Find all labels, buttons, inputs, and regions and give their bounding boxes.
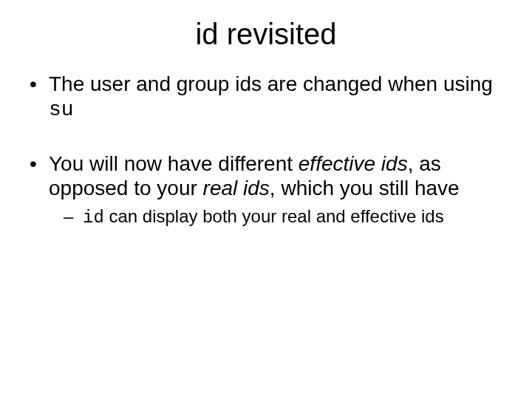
sub-bullet-code: id <box>83 208 104 228</box>
sub-bullet-text: can display both your real and effective… <box>104 206 444 226</box>
sub-bullet-item-1: id can display both your real and effect… <box>49 206 505 229</box>
bullet-2-italic-2: real ids <box>203 177 270 200</box>
bullet-2-italic-1: effective ids <box>299 152 408 175</box>
bullet-item-2: You will now have different effective id… <box>27 151 505 229</box>
slide-title: id revisited <box>27 18 505 51</box>
sub-bullet-list: id can display both your real and effect… <box>49 206 505 229</box>
bullet-1-text: The user and group ids are changed when … <box>49 72 493 95</box>
bullet-item-1: The user and group ids are changed when … <box>27 72 505 122</box>
bullet-2-text-1: You will now have different <box>49 152 299 175</box>
slide: id revisited The user and group ids are … <box>0 0 532 399</box>
bullet-2-text-3: , which you still have <box>270 177 460 200</box>
bullet-list: The user and group ids are changed when … <box>27 72 505 229</box>
bullet-1-code: su <box>49 98 74 121</box>
